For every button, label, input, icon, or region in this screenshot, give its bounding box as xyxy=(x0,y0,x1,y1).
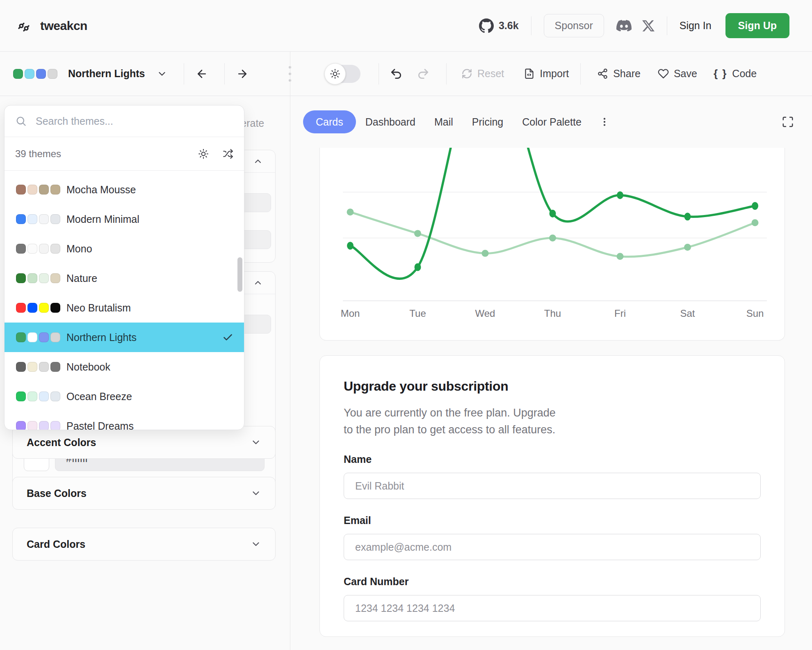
toggle-knob xyxy=(324,63,346,85)
theme-color-dot xyxy=(39,362,49,372)
more-tabs-button[interactable] xyxy=(591,110,618,133)
theme-editor-sidebar: Generate Secondary For xyxy=(0,96,290,650)
theme-option-pastel-dreams[interactable]: Pastel Dreams xyxy=(5,411,244,430)
discord-button[interactable] xyxy=(616,18,632,33)
import-button[interactable]: Import xyxy=(524,68,569,80)
upgrade-description: You are currently on the free plan. Upgr… xyxy=(344,405,761,438)
tab-color-palette[interactable]: Color Palette xyxy=(513,110,591,133)
theme-color-dot xyxy=(50,362,60,372)
theme-color-dot xyxy=(27,362,37,372)
fullscreen-icon xyxy=(782,116,794,128)
undo-button[interactable] xyxy=(390,67,403,80)
theme-color-dot xyxy=(16,362,26,372)
theme-color-dot xyxy=(39,273,49,283)
brand-logo[interactable]: tweakcn xyxy=(16,18,87,33)
tab-dashboard[interactable]: Dashboard xyxy=(356,110,425,133)
theme-color-dot xyxy=(50,303,60,313)
svg-text:Sat: Sat xyxy=(680,308,695,319)
field-input-card-number[interactable] xyxy=(344,595,761,621)
heart-icon xyxy=(658,68,669,79)
theme-color-dot xyxy=(16,185,26,195)
theme-color-dot xyxy=(50,421,60,430)
header-separator xyxy=(531,16,531,35)
header-separator xyxy=(667,16,667,35)
chevron-up-icon xyxy=(253,278,263,288)
sun-icon xyxy=(198,149,209,159)
theme-option-label: Pastel Dreams xyxy=(66,420,134,430)
theme-color-dot xyxy=(16,332,26,342)
tab-pricing[interactable]: Pricing xyxy=(463,110,513,133)
theme-option-neo-brutalism[interactable]: Neo Brutalism xyxy=(5,293,244,323)
save-button[interactable]: Save xyxy=(658,68,697,80)
sign-up-button[interactable]: Sign Up xyxy=(725,13,789,38)
arrow-left-icon xyxy=(196,68,208,80)
theme-swatches xyxy=(16,273,60,283)
light-mode-filter-button[interactable] xyxy=(198,149,209,159)
toolbar-separator xyxy=(580,63,581,85)
collapse-section-button[interactable] xyxy=(253,156,263,166)
theme-option-northern-lights[interactable]: Northern Lights xyxy=(5,323,244,352)
theme-swatches xyxy=(16,303,60,313)
theme-option-notebook[interactable]: Notebook xyxy=(5,352,244,382)
chevron-up-icon xyxy=(253,156,263,166)
field-input-name[interactable] xyxy=(344,473,761,499)
dropdown-scrollbar-thumb[interactable] xyxy=(237,257,242,292)
chevron-down-icon xyxy=(251,539,261,549)
theme-swatches xyxy=(16,185,60,195)
theme-option-modern-minimal[interactable]: Modern Minimal xyxy=(5,204,244,234)
reset-button[interactable]: Reset xyxy=(461,68,504,80)
theme-color-dot xyxy=(27,303,37,313)
collapse-section-button[interactable] xyxy=(253,278,263,288)
random-theme-button[interactable] xyxy=(223,149,233,159)
x-twitter-button[interactable] xyxy=(642,20,655,32)
field-input-email[interactable] xyxy=(344,534,761,560)
svg-text:Wed: Wed xyxy=(475,308,495,319)
section-card-colors[interactable]: Card Colors xyxy=(12,528,276,561)
share-button[interactable]: Share xyxy=(597,68,641,80)
tab-mail[interactable]: Mail xyxy=(425,110,463,133)
sponsor-button[interactable]: Sponsor xyxy=(544,14,604,37)
theme-option-label: Northern Lights xyxy=(66,332,137,343)
theme-color-dot xyxy=(36,69,46,79)
theme-color-dot xyxy=(16,391,26,401)
tab-cards[interactable]: Cards xyxy=(303,110,356,133)
theme-option-label: Neo Brutalism xyxy=(66,302,131,314)
sun-icon xyxy=(330,69,340,79)
theme-option-label: Mocha Mousse xyxy=(66,184,136,196)
section-title: Base Colors xyxy=(27,488,87,499)
theme-option-mocha-mousse[interactable]: Mocha Mousse xyxy=(5,175,244,204)
theme-option-nature[interactable]: Nature xyxy=(5,263,244,293)
theme-option-label: Ocean Breeze xyxy=(66,391,132,403)
search-themes-input[interactable] xyxy=(36,115,233,127)
braces-icon: { } xyxy=(714,67,727,80)
svg-text:Fri: Fri xyxy=(614,308,626,319)
theme-color-dot xyxy=(13,69,23,79)
editor-toolbar: Northern Lights xyxy=(0,52,812,96)
theme-swatches xyxy=(16,244,60,254)
theme-selector-label[interactable]: Northern Lights xyxy=(68,68,145,80)
redo-button[interactable] xyxy=(417,67,430,80)
theme-color-dot xyxy=(39,332,49,342)
section-base-colors[interactable]: Base Colors xyxy=(12,477,276,510)
theme-count: 39 themes xyxy=(15,148,61,160)
theme-option-ocean-breeze[interactable]: Ocean Breeze xyxy=(5,382,244,411)
theme-option-mono[interactable]: Mono xyxy=(5,234,244,263)
theme-swatches xyxy=(16,391,60,401)
github-stars-link[interactable]: 3.6k xyxy=(479,18,519,33)
section-accent-colors[interactable]: Accent Colors xyxy=(12,426,276,459)
field-label-name: Name xyxy=(344,453,761,465)
weekly-activity-chart-card: MonTueWedThuFriSatSun xyxy=(319,148,785,341)
shuffle-icon xyxy=(223,149,233,159)
app-header: tweakcn 3.6k Sponsor Sign In Sign Up xyxy=(0,0,812,52)
theme-color-dot xyxy=(48,69,57,79)
theme-selector-chevron[interactable] xyxy=(157,69,167,79)
next-theme-button[interactable] xyxy=(236,68,249,80)
light-dark-mode-toggle[interactable] xyxy=(326,65,360,83)
toolbar-separator xyxy=(446,63,447,85)
fullscreen-button[interactable] xyxy=(782,116,794,128)
code-button[interactable]: { } Code xyxy=(714,67,757,80)
theme-swatches xyxy=(16,362,60,372)
previous-theme-button[interactable] xyxy=(196,68,208,80)
sign-in-button[interactable]: Sign In xyxy=(680,20,712,32)
theme-color-dot xyxy=(16,303,26,313)
